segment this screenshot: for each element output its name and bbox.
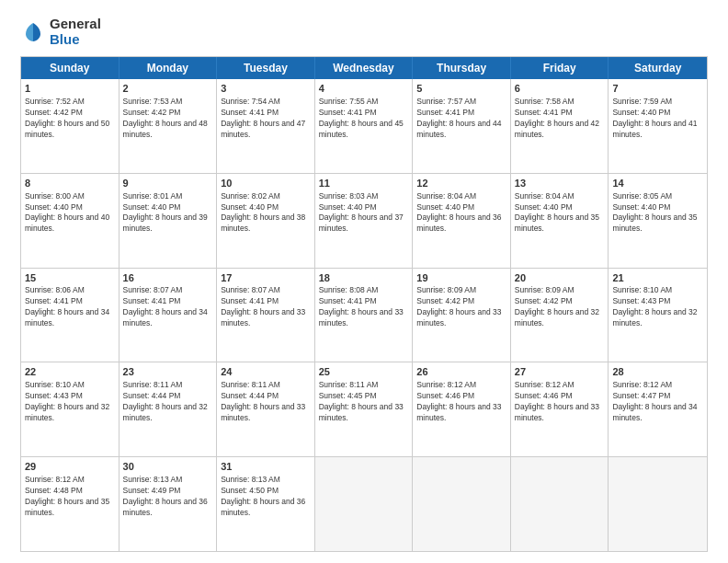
calendar-cell: 3Sunrise: 7:54 AM Sunset: 4:41 PM Daylig… bbox=[217, 79, 315, 173]
calendar-cell: 2Sunrise: 7:53 AM Sunset: 4:42 PM Daylig… bbox=[119, 79, 218, 173]
calendar-row: 29Sunrise: 8:12 AM Sunset: 4:48 PM Dayli… bbox=[21, 456, 707, 551]
day-info: Sunrise: 8:11 AM Sunset: 4:44 PM Dayligh… bbox=[221, 380, 311, 424]
day-number: 24 bbox=[221, 365, 311, 379]
day-number: 22 bbox=[25, 365, 115, 379]
day-info: Sunrise: 8:06 AM Sunset: 4:41 PM Dayligh… bbox=[25, 285, 115, 329]
calendar-cell: 15Sunrise: 8:06 AM Sunset: 4:41 PM Dayli… bbox=[21, 269, 119, 362]
day-info: Sunrise: 7:58 AM Sunset: 4:41 PM Dayligh… bbox=[515, 97, 605, 141]
calendar-cell: 8Sunrise: 8:00 AM Sunset: 4:40 PM Daylig… bbox=[21, 174, 119, 268]
day-info: Sunrise: 8:03 AM Sunset: 4:40 PM Dayligh… bbox=[319, 191, 409, 236]
day-info: Sunrise: 7:52 AM Sunset: 4:42 PM Dayligh… bbox=[25, 97, 115, 141]
day-info: Sunrise: 8:13 AM Sunset: 4:50 PM Dayligh… bbox=[221, 475, 311, 519]
calendar-cell: 26Sunrise: 8:12 AM Sunset: 4:46 PM Dayli… bbox=[413, 362, 511, 456]
day-number: 14 bbox=[612, 177, 703, 190]
calendar-cell: 24Sunrise: 8:11 AM Sunset: 4:44 PM Dayli… bbox=[217, 362, 315, 456]
calendar-body: 1Sunrise: 7:52 AM Sunset: 4:42 PM Daylig… bbox=[21, 79, 707, 551]
day-info: Sunrise: 8:10 AM Sunset: 4:43 PM Dayligh… bbox=[25, 380, 115, 424]
day-number: 23 bbox=[123, 365, 213, 379]
day-number: 5 bbox=[416, 82, 506, 96]
calendar-cell bbox=[609, 457, 707, 551]
calendar-cell bbox=[315, 457, 414, 551]
day-number: 3 bbox=[221, 82, 311, 96]
header-day-thursday: Thursday bbox=[413, 57, 511, 79]
calendar-cell: 13Sunrise: 8:04 AM Sunset: 4:40 PM Dayli… bbox=[511, 174, 609, 268]
calendar-cell: 25Sunrise: 8:11 AM Sunset: 4:45 PM Dayli… bbox=[315, 362, 414, 456]
calendar-cell: 21Sunrise: 8:10 AM Sunset: 4:43 PM Dayli… bbox=[609, 269, 707, 362]
calendar-header: SundayMondayTuesdayWednesdayThursdayFrid… bbox=[21, 57, 707, 79]
day-number: 13 bbox=[515, 177, 605, 190]
calendar-cell: 1Sunrise: 7:52 AM Sunset: 4:42 PM Daylig… bbox=[21, 79, 119, 173]
day-number: 30 bbox=[123, 460, 213, 474]
calendar-cell: 12Sunrise: 8:04 AM Sunset: 4:40 PM Dayli… bbox=[413, 174, 511, 268]
calendar-cell: 30Sunrise: 8:13 AM Sunset: 4:49 PM Dayli… bbox=[119, 457, 218, 551]
day-number: 17 bbox=[221, 271, 311, 285]
day-number: 28 bbox=[612, 365, 703, 379]
calendar-row: 22Sunrise: 8:10 AM Sunset: 4:43 PM Dayli… bbox=[21, 362, 707, 456]
day-info: Sunrise: 8:11 AM Sunset: 4:44 PM Dayligh… bbox=[123, 380, 213, 424]
day-number: 26 bbox=[416, 365, 506, 379]
header-day-sunday: Sunday bbox=[21, 57, 119, 79]
calendar-cell: 23Sunrise: 8:11 AM Sunset: 4:44 PM Dayli… bbox=[119, 362, 218, 456]
day-info: Sunrise: 7:57 AM Sunset: 4:41 PM Dayligh… bbox=[416, 97, 506, 141]
logo: General Blue bbox=[20, 17, 101, 47]
calendar-cell: 6Sunrise: 7:58 AM Sunset: 4:41 PM Daylig… bbox=[511, 79, 609, 173]
calendar-cell: 28Sunrise: 8:12 AM Sunset: 4:47 PM Dayli… bbox=[609, 362, 707, 456]
day-info: Sunrise: 8:07 AM Sunset: 4:41 PM Dayligh… bbox=[123, 285, 213, 329]
day-info: Sunrise: 8:00 AM Sunset: 4:40 PM Dayligh… bbox=[25, 191, 115, 236]
day-number: 10 bbox=[221, 177, 311, 190]
calendar-cell: 16Sunrise: 8:07 AM Sunset: 4:41 PM Dayli… bbox=[119, 269, 218, 362]
calendar-row: 1Sunrise: 7:52 AM Sunset: 4:42 PM Daylig… bbox=[21, 79, 707, 173]
day-info: Sunrise: 8:07 AM Sunset: 4:41 PM Dayligh… bbox=[221, 285, 311, 329]
calendar-cell: 27Sunrise: 8:12 AM Sunset: 4:46 PM Dayli… bbox=[511, 362, 609, 456]
calendar-cell: 20Sunrise: 8:09 AM Sunset: 4:42 PM Dayli… bbox=[511, 269, 609, 362]
calendar-cell: 7Sunrise: 7:59 AM Sunset: 4:40 PM Daylig… bbox=[609, 79, 707, 173]
day-number: 19 bbox=[416, 271, 506, 285]
day-info: Sunrise: 8:02 AM Sunset: 4:40 PM Dayligh… bbox=[221, 191, 311, 236]
day-info: Sunrise: 7:53 AM Sunset: 4:42 PM Dayligh… bbox=[123, 97, 213, 141]
calendar-cell bbox=[511, 457, 609, 551]
header-day-monday: Monday bbox=[119, 57, 218, 79]
day-number: 2 bbox=[123, 82, 213, 96]
day-number: 27 bbox=[515, 365, 605, 379]
day-info: Sunrise: 7:55 AM Sunset: 4:41 PM Dayligh… bbox=[319, 97, 409, 141]
day-info: Sunrise: 8:10 AM Sunset: 4:43 PM Dayligh… bbox=[612, 285, 703, 329]
header-day-wednesday: Wednesday bbox=[315, 57, 414, 79]
day-info: Sunrise: 8:05 AM Sunset: 4:40 PM Dayligh… bbox=[612, 191, 703, 236]
day-info: Sunrise: 7:59 AM Sunset: 4:40 PM Dayligh… bbox=[612, 97, 703, 141]
calendar-cell bbox=[413, 457, 511, 551]
day-number: 9 bbox=[123, 177, 213, 190]
logo-text: General Blue bbox=[50, 17, 101, 47]
day-info: Sunrise: 8:12 AM Sunset: 4:46 PM Dayligh… bbox=[515, 380, 605, 424]
header-day-saturday: Saturday bbox=[609, 57, 707, 79]
header-day-tuesday: Tuesday bbox=[217, 57, 315, 79]
calendar-row: 8Sunrise: 8:00 AM Sunset: 4:40 PM Daylig… bbox=[21, 173, 707, 268]
day-number: 1 bbox=[25, 82, 115, 96]
logo-icon bbox=[20, 19, 46, 45]
day-number: 20 bbox=[515, 271, 605, 285]
day-number: 16 bbox=[123, 271, 213, 285]
calendar-cell: 18Sunrise: 8:08 AM Sunset: 4:41 PM Dayli… bbox=[315, 269, 414, 362]
calendar: SundayMondayTuesdayWednesdayThursdayFrid… bbox=[20, 56, 708, 552]
day-info: Sunrise: 8:09 AM Sunset: 4:42 PM Dayligh… bbox=[416, 285, 506, 329]
calendar-cell: 19Sunrise: 8:09 AM Sunset: 4:42 PM Dayli… bbox=[413, 269, 511, 362]
day-number: 21 bbox=[612, 271, 703, 285]
day-number: 15 bbox=[25, 271, 115, 285]
calendar-cell: 4Sunrise: 7:55 AM Sunset: 4:41 PM Daylig… bbox=[315, 79, 414, 173]
day-info: Sunrise: 8:12 AM Sunset: 4:47 PM Dayligh… bbox=[612, 380, 703, 424]
calendar-row: 15Sunrise: 8:06 AM Sunset: 4:41 PM Dayli… bbox=[21, 268, 707, 362]
calendar-cell: 31Sunrise: 8:13 AM Sunset: 4:50 PM Dayli… bbox=[217, 457, 315, 551]
day-number: 6 bbox=[515, 82, 605, 96]
day-info: Sunrise: 8:04 AM Sunset: 4:40 PM Dayligh… bbox=[515, 191, 605, 236]
day-number: 8 bbox=[25, 177, 115, 190]
calendar-cell: 22Sunrise: 8:10 AM Sunset: 4:43 PM Dayli… bbox=[21, 362, 119, 456]
header: General Blue bbox=[20, 17, 708, 47]
day-info: Sunrise: 8:12 AM Sunset: 4:46 PM Dayligh… bbox=[416, 380, 506, 424]
day-info: Sunrise: 8:12 AM Sunset: 4:48 PM Dayligh… bbox=[25, 475, 115, 519]
day-info: Sunrise: 8:09 AM Sunset: 4:42 PM Dayligh… bbox=[515, 285, 605, 329]
day-number: 4 bbox=[319, 82, 409, 96]
calendar-cell: 11Sunrise: 8:03 AM Sunset: 4:40 PM Dayli… bbox=[315, 174, 414, 268]
day-number: 31 bbox=[221, 460, 311, 474]
calendar-cell: 9Sunrise: 8:01 AM Sunset: 4:40 PM Daylig… bbox=[119, 174, 218, 268]
calendar-cell: 10Sunrise: 8:02 AM Sunset: 4:40 PM Dayli… bbox=[217, 174, 315, 268]
day-number: 12 bbox=[416, 177, 506, 190]
